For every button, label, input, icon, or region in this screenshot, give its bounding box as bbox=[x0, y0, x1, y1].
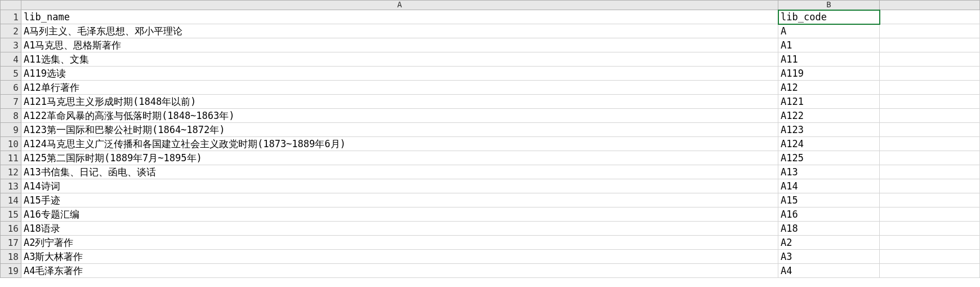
cell[interactable]: A马列主义、毛泽东思想、邓小平理论 bbox=[21, 24, 778, 38]
cell[interactable]: A12单行著作 bbox=[21, 81, 778, 95]
cell[interactable] bbox=[880, 236, 980, 250]
cell[interactable]: A2列宁著作 bbox=[21, 236, 778, 250]
column-header-c[interactable] bbox=[880, 0, 980, 10]
cell[interactable]: A11 bbox=[778, 52, 880, 67]
cell[interactable]: A15手迹 bbox=[21, 193, 778, 207]
cell[interactable]: A4 bbox=[778, 264, 880, 278]
row-header[interactable]: 18 bbox=[0, 250, 21, 264]
cell[interactable]: A4毛泽东著作 bbox=[21, 264, 778, 278]
row-header[interactable]: 5 bbox=[0, 67, 21, 81]
column-header-a[interactable]: A bbox=[21, 0, 778, 10]
cell[interactable]: A124 bbox=[778, 137, 880, 151]
row-header[interactable]: 8 bbox=[0, 109, 21, 123]
row-header[interactable]: 1 bbox=[0, 10, 21, 24]
row-header[interactable]: 17 bbox=[0, 236, 21, 250]
cell[interactable]: A2 bbox=[778, 236, 880, 250]
cell[interactable]: A119 bbox=[778, 67, 880, 81]
cell[interactable]: A bbox=[778, 24, 880, 38]
cell[interactable] bbox=[880, 137, 980, 151]
cell[interactable]: A1马克思、恩格斯著作 bbox=[21, 38, 778, 52]
cell[interactable]: A121 bbox=[778, 95, 880, 109]
cell[interactable] bbox=[880, 10, 980, 24]
cell[interactable]: A125第二国际时期(1889年7月~1895年) bbox=[21, 151, 778, 165]
cell[interactable]: A123 bbox=[778, 123, 880, 137]
row-header[interactable]: 14 bbox=[0, 193, 21, 207]
cell[interactable]: A123第一国际和巴黎公社时期(1864~1872年) bbox=[21, 123, 778, 137]
cell[interactable]: A13书信集、日记、函电、谈话 bbox=[21, 165, 778, 179]
cell[interactable] bbox=[880, 52, 980, 67]
cell[interactable] bbox=[880, 24, 980, 38]
cell[interactable]: A122革命风暴的高涨与低落时期(1848~1863年) bbox=[21, 109, 778, 123]
row-header[interactable]: 2 bbox=[0, 24, 21, 38]
cell[interactable]: A16专题汇编 bbox=[21, 207, 778, 222]
cell[interactable] bbox=[880, 123, 980, 137]
cell[interactable] bbox=[880, 250, 980, 264]
cell[interactable]: A14诗词 bbox=[21, 179, 778, 193]
cell[interactable] bbox=[880, 109, 980, 123]
cell[interactable]: A125 bbox=[778, 151, 880, 165]
cell[interactable]: A15 bbox=[778, 193, 880, 207]
cell[interactable] bbox=[880, 264, 980, 278]
row-header[interactable]: 6 bbox=[0, 81, 21, 95]
row-header[interactable]: 13 bbox=[0, 179, 21, 193]
row-header[interactable]: 3 bbox=[0, 38, 21, 52]
cell[interactable]: lib_name bbox=[21, 10, 778, 24]
spreadsheet-grid[interactable]: A B 1lib_namelib_code2A马列主义、毛泽东思想、邓小平理论A… bbox=[0, 0, 980, 278]
cell[interactable] bbox=[880, 207, 980, 222]
row-header[interactable]: 16 bbox=[0, 222, 21, 236]
row-header[interactable]: 15 bbox=[0, 207, 21, 222]
cell[interactable] bbox=[880, 179, 980, 193]
cell[interactable]: A14 bbox=[778, 179, 880, 193]
cell[interactable]: A124马克思主义广泛传播和各国建立社会主义政党时期(1873~1889年6月) bbox=[21, 137, 778, 151]
row-header[interactable]: 19 bbox=[0, 264, 21, 278]
cell[interactable] bbox=[880, 222, 980, 236]
cell[interactable] bbox=[880, 81, 980, 95]
cell[interactable]: A3斯大林著作 bbox=[21, 250, 778, 264]
row-header[interactable]: 7 bbox=[0, 95, 21, 109]
cell[interactable]: A122 bbox=[778, 109, 880, 123]
cell[interactable] bbox=[880, 38, 980, 52]
cell[interactable] bbox=[880, 67, 980, 81]
cell[interactable]: lib_code bbox=[778, 10, 880, 24]
cell[interactable] bbox=[880, 151, 980, 165]
cell[interactable]: A3 bbox=[778, 250, 880, 264]
column-header-b[interactable]: B bbox=[778, 0, 880, 10]
row-header[interactable]: 11 bbox=[0, 151, 21, 165]
cell[interactable]: A18 bbox=[778, 222, 880, 236]
row-header[interactable]: 12 bbox=[0, 165, 21, 179]
row-header[interactable]: 10 bbox=[0, 137, 21, 151]
row-header[interactable]: 4 bbox=[0, 52, 21, 67]
cell[interactable]: A13 bbox=[778, 165, 880, 179]
cell[interactable] bbox=[880, 193, 980, 207]
cell[interactable]: A121马克思主义形成时期(1848年以前) bbox=[21, 95, 778, 109]
cell[interactable]: A11选集、文集 bbox=[21, 52, 778, 67]
cell[interactable]: A12 bbox=[778, 81, 880, 95]
cell[interactable] bbox=[880, 165, 980, 179]
cell[interactable]: A119选读 bbox=[21, 67, 778, 81]
cell[interactable]: A18语录 bbox=[21, 222, 778, 236]
cell[interactable] bbox=[880, 95, 980, 109]
cell[interactable]: A16 bbox=[778, 207, 880, 222]
corner-select-all[interactable] bbox=[0, 0, 21, 10]
row-header[interactable]: 9 bbox=[0, 123, 21, 137]
cell[interactable]: A1 bbox=[778, 38, 880, 52]
